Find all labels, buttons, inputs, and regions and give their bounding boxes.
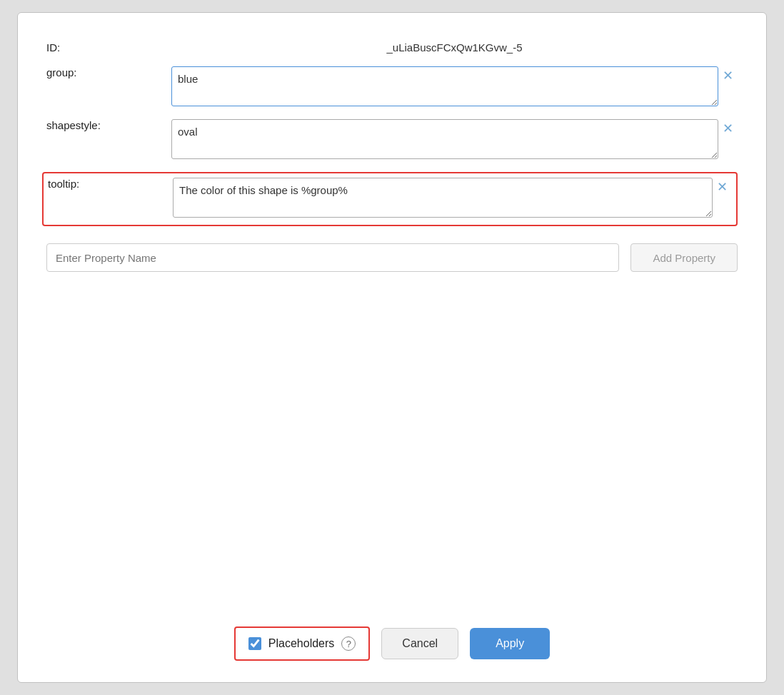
shapestyle-property-row: shapestyle: oval ✕ [46,119,738,162]
shapestyle-textarea-wrapper: oval [171,119,718,162]
group-delete-button[interactable]: ✕ [718,69,738,82]
properties-dialog: ID: _uLiaBuscFCxQw1KGvw_-5 group: blue ✕… [17,12,767,683]
spacer [46,286,738,598]
shapestyle-label: shapestyle: [46,119,171,131]
add-property-row: Add Property [46,243,738,272]
tooltip-property-row: tooltip: The color of this shape is %gro… [42,172,738,226]
apply-button[interactable]: Apply [470,628,550,659]
tooltip-textarea-wrapper: The color of this shape is %group% [173,178,713,220]
tooltip-textarea[interactable]: The color of this shape is %group% [173,178,713,218]
property-name-input[interactable] [46,243,619,272]
group-textarea-wrapper: blue [171,66,718,109]
group-label: group: [46,66,171,78]
id-value: _uLiaBuscFCxQw1KGvw_-5 [171,41,738,54]
shapestyle-delete-button[interactable]: ✕ [718,122,738,135]
placeholders-checkbox[interactable] [248,637,261,650]
id-label: ID: [46,41,171,54]
cancel-button[interactable]: Cancel [381,628,458,659]
shapestyle-textarea[interactable]: oval [171,119,718,159]
help-icon[interactable]: ? [341,636,356,651]
add-property-button[interactable]: Add Property [630,243,738,272]
placeholders-label: Placeholders [268,637,335,650]
id-row: ID: _uLiaBuscFCxQw1KGvw_-5 [46,41,738,54]
tooltip-label: tooltip: [48,178,173,190]
placeholders-section: Placeholders ? [234,626,371,661]
group-textarea[interactable]: blue [171,66,718,106]
tooltip-delete-button[interactable]: ✕ [713,181,732,193]
group-property-row: group: blue ✕ [46,66,738,109]
footer: Placeholders ? Cancel Apply [46,612,738,661]
